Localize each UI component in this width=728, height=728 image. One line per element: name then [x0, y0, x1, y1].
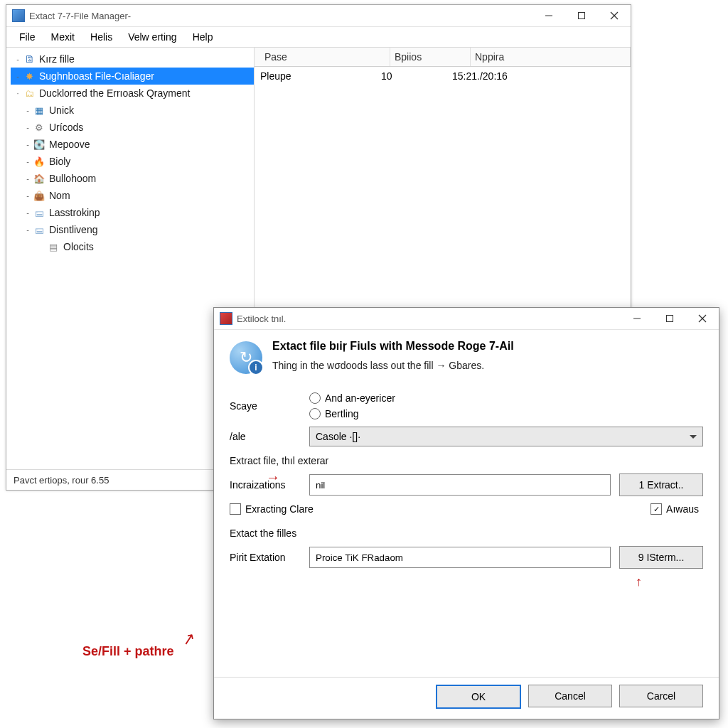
checkbox-empty-icon: [230, 503, 241, 515]
scope-option-label: Bertling: [325, 408, 358, 419]
expand-toggle[interactable]: -: [14, 72, 22, 80]
list-cell: Pleupe: [260, 70, 381, 82]
column-header[interactable]: Nppira: [471, 48, 631, 66]
tree-item-label: Nom: [49, 190, 70, 201]
destination-label: Pirit Extation: [230, 552, 301, 563]
tree-item[interactable]: -🔥Bioly: [11, 153, 254, 170]
section-extact-files: Extact the filles: [230, 528, 703, 539]
always-check[interactable]: ✓ Aıwaus: [651, 503, 699, 515]
expand-toggle[interactable]: -: [23, 140, 32, 149]
box-icon: 🏠: [33, 173, 45, 184]
scope-option-label: And an-eyericer: [325, 392, 395, 404]
isterm-button[interactable]: 9 ISterm...: [619, 546, 703, 569]
maximize-button[interactable]: [565, 5, 598, 26]
sale-row: /ale Casole ·[]·: [230, 427, 703, 446]
annotation-arrow-up: [636, 574, 642, 589]
expand-toggle[interactable]: ·: [14, 89, 22, 97]
expand-toggle[interactable]: -: [23, 174, 32, 183]
tree-item[interactable]: -🏠Bullohoom: [11, 170, 254, 187]
expand-toggle[interactable]: -: [14, 55, 22, 63]
expand-toggle[interactable]: -: [23, 208, 32, 217]
column-header[interactable]: Bpiios: [390, 48, 471, 66]
menu-helis[interactable]: Helis: [83, 28, 119, 46]
tree-item[interactable]: -👜Nom: [11, 187, 254, 204]
tree-item-label: Sughnboast File-Cıaliager: [39, 70, 154, 82]
expand-toggle[interactable]: -: [23, 123, 32, 132]
info-icon: ↻: [230, 341, 262, 374]
list-cell: 10: [381, 70, 452, 82]
tree-item-label: Unick: [49, 105, 74, 116]
tree-item-label: Disntliveng: [49, 224, 97, 235]
sale-label: /ale: [230, 431, 301, 442]
menubar: FileMexitHelisVelw ertingHelp: [6, 27, 631, 48]
sale-combo-value: Casole ·[]·: [316, 431, 360, 442]
destination-input[interactable]: [309, 547, 611, 568]
dialog-close-button[interactable]: [686, 308, 719, 329]
tree-item[interactable]: -✸Sughnboast File-Cıaliager: [11, 68, 254, 85]
menu-file[interactable]: File: [12, 28, 43, 46]
sale-combo[interactable]: Casole ·[]·: [309, 427, 703, 446]
tree-item[interactable]: -⚙Urícods: [11, 119, 254, 136]
grey-icon: ▤: [48, 241, 59, 252]
tree-item-label: Mepoove: [49, 139, 90, 150]
svg-rect-5: [667, 316, 673, 322]
expand-toggle[interactable]: -: [23, 157, 32, 166]
ok-button[interactable]: OK: [436, 685, 521, 709]
menu-mexit[interactable]: Mexit: [44, 28, 82, 46]
extract-dialog: Extilock tnıl. ↻ Extact file bıiŗ Fiuls …: [213, 307, 719, 719]
tree-item-label: Urícods: [49, 122, 83, 133]
radio-icon: [309, 408, 321, 419]
chip-icon: ▦: [33, 105, 45, 116]
svg-rect-1: [579, 13, 585, 19]
app-icon: [12, 9, 25, 22]
list-row[interactable]: Pleupe1015:21./20:16: [255, 67, 631, 85]
incraizations-label: Incraizations: [230, 479, 301, 491]
incraizations-row: Incraizations 1 Extract..: [230, 473, 703, 496]
annotation-curve: [180, 628, 196, 649]
dialog-heading: Extact file bıiŗ Fiuls with Messode Roge…: [272, 340, 703, 353]
tree-item[interactable]: ▤Olocits: [11, 238, 254, 255]
annotation-arrow-1: [266, 469, 280, 486]
incraizations-input[interactable]: [309, 474, 611, 496]
expand-toggle[interactable]: -: [23, 225, 32, 234]
scope-radios: And an-eyericerBertling: [309, 392, 395, 419]
flame-icon: 🔥: [33, 156, 45, 167]
cancel2-button[interactable]: Carcel: [619, 685, 703, 707]
extracting-clare-check[interactable]: Exracting Clare: [230, 503, 314, 515]
extracting-clare-label: Exracting Clare: [245, 503, 314, 515]
tree-item-label: Olocits: [63, 241, 94, 252]
tree-item[interactable]: -💽Mepoove: [11, 136, 254, 153]
list-header: PaseBpiiosNppira: [255, 48, 631, 67]
scope-option[interactable]: And an-eyericer: [309, 392, 395, 404]
always-label: Aıwaus: [666, 503, 699, 515]
column-header[interactable]: Pase: [260, 48, 390, 66]
expand-toggle[interactable]: -: [23, 191, 32, 200]
radio-icon: [309, 392, 321, 404]
drive-icon: 🖴: [33, 224, 45, 235]
scope-option[interactable]: Bertling: [309, 408, 395, 419]
close-button[interactable]: [598, 5, 631, 26]
dialog-minimize-button[interactable]: [621, 308, 653, 329]
tree-item[interactable]: -🖴Lasstrokinp: [11, 204, 254, 221]
dialog-maximize-button[interactable]: [653, 308, 686, 329]
menu-velw-erting[interactable]: Velw erting: [121, 28, 183, 46]
tree-item[interactable]: ·🗂Ducklorred the Errıoask Qrayment: [11, 85, 254, 102]
minimize-button[interactable]: [532, 5, 565, 26]
dialog-titlebar: Extilock tnıl.: [214, 308, 719, 330]
bag-icon: 👜: [33, 190, 45, 201]
dialog-title: Extilock tnıl.: [237, 314, 286, 324]
extract-button[interactable]: 1 Extract..: [619, 473, 703, 496]
folder-tree: -🖺Kırz fille-✸Sughnboast File-Cıaliager·…: [11, 50, 254, 255]
status-text: Pavct ertiops, rour 6.55: [14, 475, 109, 486]
cancel-button[interactable]: Cancel: [528, 685, 612, 707]
menu-help[interactable]: Help: [186, 28, 220, 46]
disk-icon: 💽: [33, 139, 45, 150]
tree-item[interactable]: -▦Unick: [11, 102, 254, 119]
tree-item[interactable]: -🖺Kırz fille: [11, 50, 254, 68]
minimize-icon: [633, 314, 641, 323]
destination-row: Pirit Extation 9 ISterm...: [230, 546, 703, 569]
expand-toggle[interactable]: -: [23, 106, 32, 114]
close-icon: [610, 11, 619, 20]
tree-item[interactable]: -🖴Disntliveng: [11, 221, 254, 238]
tree-item-label: Bioly: [49, 156, 70, 167]
